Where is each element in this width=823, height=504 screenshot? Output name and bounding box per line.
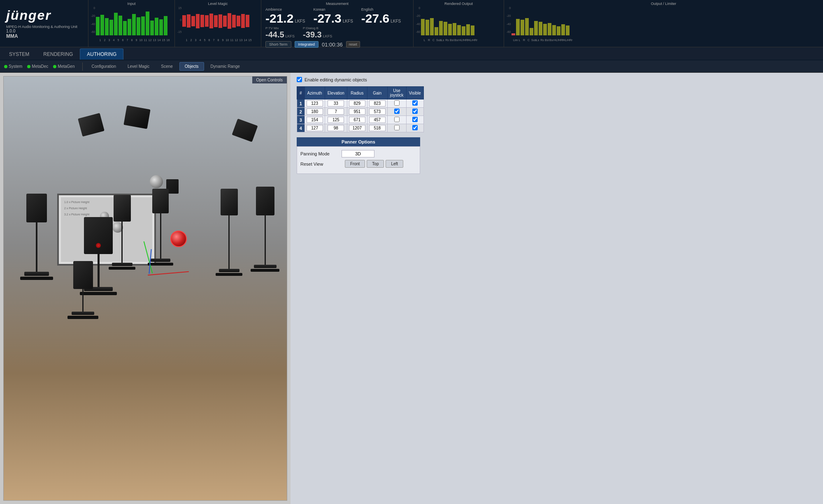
- row-3-num: 3: [297, 116, 305, 124]
- gain-2-input[interactable]: [369, 109, 386, 115]
- radius-2-input[interactable]: [349, 109, 365, 115]
- azimuth-1-input[interactable]: [307, 100, 323, 106]
- metagen-label: MetaGen: [58, 64, 74, 69]
- shortterm-button[interactable]: Short-Term: [265, 41, 291, 48]
- elevation-2-input[interactable]: [328, 109, 344, 115]
- row-3-visible[interactable]: [406, 116, 423, 124]
- reset-button[interactable]: reset: [346, 41, 360, 48]
- row-2-elevation[interactable]: [325, 108, 347, 116]
- row-3-elevation[interactable]: [325, 116, 347, 124]
- panning-mode-input[interactable]: [342, 150, 374, 157]
- row-4-radius[interactable]: [347, 124, 367, 132]
- top-button[interactable]: Top: [367, 160, 384, 168]
- gain-3-input[interactable]: [369, 117, 386, 123]
- azimuth-2-input[interactable]: [307, 109, 323, 115]
- system-label: System: [9, 64, 22, 69]
- elevation-1-input[interactable]: [328, 100, 344, 106]
- col-joystick: Use joystick: [387, 87, 406, 99]
- joystick-1-checkbox[interactable]: [394, 100, 400, 106]
- row-4-joystick[interactable]: [387, 124, 406, 132]
- radius-1-input[interactable]: [349, 100, 365, 106]
- radius-4-input[interactable]: [349, 125, 365, 131]
- row-4-gain[interactable]: [367, 124, 387, 132]
- row-2-visible[interactable]: [406, 108, 423, 116]
- ambience-unit: LKFS: [295, 19, 305, 23]
- visible-2-checkbox[interactable]: [412, 109, 418, 114]
- elevation-3-input[interactable]: [328, 117, 344, 123]
- lm-scale: 150-15: [177, 7, 182, 33]
- ptvmix-label: P:TV Mix: [265, 26, 295, 30]
- scene-3d: 1.0 x Picture Height 2 x Picture Height …: [4, 76, 287, 356]
- ptvmix-value: -44.5: [265, 30, 284, 39]
- level-magic-title: Level Magic: [177, 2, 258, 6]
- subnav-dynamicrange[interactable]: Dynamic Range: [206, 62, 245, 70]
- row-4-azimuth[interactable]: [305, 124, 325, 132]
- row-3-azimuth[interactable]: [305, 116, 325, 124]
- row-4-visible[interactable]: [406, 124, 423, 132]
- row-2-joystick[interactable]: [387, 108, 406, 116]
- row-1-elevation[interactable]: [325, 99, 347, 108]
- row-1-joystick[interactable]: [387, 99, 406, 108]
- metagen-status: MetaGen: [53, 64, 74, 69]
- row-3-joystick[interactable]: [387, 116, 406, 124]
- row-1-radius[interactable]: [347, 99, 367, 108]
- joystick-4-checkbox[interactable]: [394, 125, 400, 130]
- table-row: 2: [297, 108, 424, 116]
- pdialogb-label: P:Dialog B: [303, 26, 332, 30]
- row-3-radius[interactable]: [347, 116, 367, 124]
- front-button[interactable]: Front: [345, 160, 365, 168]
- integrated-button[interactable]: Integrated: [295, 41, 319, 48]
- reset-view-label: Reset View: [300, 162, 342, 166]
- table-row: 3: [297, 116, 424, 124]
- english-label: English: [361, 7, 401, 12]
- subnav-levelmagic[interactable]: Level Magic: [123, 62, 154, 70]
- tab-system[interactable]: SYSTEM: [2, 49, 36, 60]
- col-gain: Gain: [367, 87, 387, 99]
- subnav-configuration[interactable]: Configuration: [87, 62, 121, 70]
- panning-mode-label: Panning Mode: [300, 151, 342, 156]
- ambience-value: -21.2: [265, 12, 293, 25]
- enable-edit-checkbox[interactable]: [297, 77, 302, 82]
- gain-4-input[interactable]: [369, 125, 386, 131]
- view-buttons-row: Reset View Front Top Left: [300, 160, 416, 168]
- elevation-4-input[interactable]: [328, 125, 344, 131]
- azimuth-4-input[interactable]: [307, 125, 323, 131]
- row-3-gain[interactable]: [367, 116, 387, 124]
- rendered-scale: 0-20-40-60: [416, 7, 421, 33]
- left-button[interactable]: Left: [386, 160, 403, 168]
- tab-authoring[interactable]: AUTHORING: [80, 49, 123, 60]
- subnav-scene[interactable]: Scene: [156, 62, 177, 70]
- input-meter-section: Input 0-20-40-60: [88, 0, 175, 47]
- row-1-azimuth[interactable]: [305, 99, 325, 108]
- joystick-2-checkbox[interactable]: [394, 109, 400, 114]
- joystick-3-checkbox[interactable]: [394, 117, 400, 122]
- row-1-visible[interactable]: [406, 99, 423, 108]
- enable-edit-label: Enable editing dynamic objects: [305, 77, 367, 82]
- sphere-left: [150, 175, 163, 188]
- level-magic-section: Level Magic 150-15: [175, 0, 261, 47]
- visible-1-checkbox[interactable]: [412, 100, 418, 106]
- open-controls-button[interactable]: Open Controls: [252, 76, 287, 83]
- row-4-elevation[interactable]: [325, 124, 347, 132]
- visible-3-checkbox[interactable]: [412, 117, 418, 122]
- row-2-gain[interactable]: [367, 108, 387, 116]
- rendered-output-section: Rendered Output 0-20-40-60: [414, 0, 504, 47]
- visible-4-checkbox[interactable]: [412, 125, 418, 130]
- subnav-objects[interactable]: Objects: [179, 62, 204, 71]
- tab-rendering[interactable]: RENDERING: [36, 49, 80, 60]
- gain-1-input[interactable]: [369, 100, 386, 106]
- row-1-gain[interactable]: [367, 99, 387, 108]
- app-logo: jünger: [6, 8, 82, 23]
- ambience-label: Ambience: [265, 7, 305, 12]
- objects-table: # Azimuth Elevation Radius Gain Use joys…: [297, 86, 424, 132]
- metadec-label: MetaDec: [32, 64, 48, 69]
- azimuth-3-input[interactable]: [307, 117, 323, 123]
- korean-label: Korean: [313, 7, 353, 12]
- app-version: 1.0.0: [6, 29, 82, 33]
- row-2-azimuth[interactable]: [305, 108, 325, 116]
- radius-3-input[interactable]: [349, 117, 365, 123]
- row-2-radius[interactable]: [347, 108, 367, 116]
- korean-unit: LKFS: [343, 19, 353, 23]
- app-unit: MMA: [6, 33, 82, 39]
- col-num: #: [297, 87, 305, 99]
